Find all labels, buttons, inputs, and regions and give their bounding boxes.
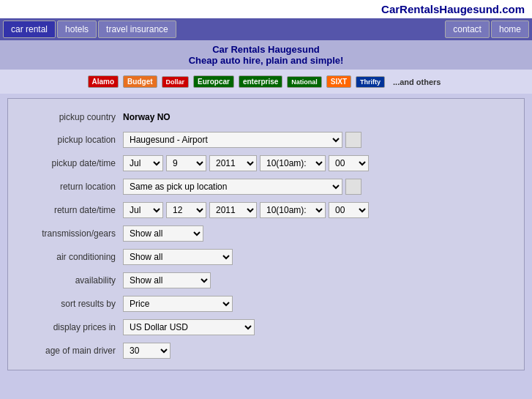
availability-control: Show all Available only: [123, 272, 515, 288]
sort-control: Price Name Category: [123, 296, 515, 312]
nav-bar: car rental hotels travel insurance conta…: [0, 18, 532, 40]
return-month-select[interactable]: Jul: [123, 202, 163, 218]
return-date-control: Jul 12 2011 10(10am): 00: [123, 202, 515, 218]
brand-thrifty: Thrifty: [356, 76, 385, 88]
brand-dollar: Dollar: [162, 76, 190, 88]
age-control: 30 25 26 27 28 29 31 35 40 45 50 55 60 6…: [123, 343, 515, 359]
pickup-time-select[interactable]: 10(10am):: [260, 155, 326, 171]
subtitle-line1: Car Rentals Haugesund: [4, 44, 528, 55]
brand-enterprise: enterprise: [239, 75, 282, 88]
prices-label: display prices in: [17, 322, 123, 332]
brand-budget: Budget: [123, 75, 157, 88]
return-location-control: Same as pick up location: [123, 179, 515, 195]
return-location-info-button[interactable]: [345, 179, 361, 195]
tab-car-rental[interactable]: car rental: [3, 20, 56, 38]
pickup-date-control: Jul 9 2011 10(10am): 00: [123, 155, 515, 171]
pickup-location-control: Haugesund - Airport: [123, 132, 515, 148]
pickup-location-label: pickup location: [17, 135, 123, 145]
return-time-select[interactable]: 10(10am):: [260, 202, 326, 218]
subtitle-bar: Car Rentals Haugesund Cheap auto hire, p…: [0, 40, 532, 70]
transmission-row: transmission/gears Show all Manual Autom…: [8, 222, 524, 245]
ac-control: Show all With AC Without AC: [123, 249, 515, 265]
return-day-select[interactable]: 12: [166, 202, 206, 218]
pickup-country-row: pickup country Norway NO: [8, 106, 524, 128]
age-select[interactable]: 30 25 26 27 28 29 31 35 40 45 50 55 60 6…: [123, 343, 171, 359]
pickup-year-select[interactable]: 2011: [209, 155, 257, 171]
subtitle-line2: Cheap auto hire, plain and simple!: [4, 55, 528, 66]
pickup-min-select[interactable]: 00: [329, 155, 369, 171]
brand-alamo: Alamo: [88, 75, 119, 88]
tab-hotels[interactable]: hotels: [57, 20, 97, 38]
transmission-control: Show all Manual Automatic: [123, 225, 515, 242]
return-min-select[interactable]: 00: [329, 202, 369, 218]
brand-sixt: SIXT: [326, 75, 351, 88]
tab-travel-insurance[interactable]: travel insurance: [98, 20, 176, 38]
nav-right-buttons: contact home: [445, 20, 529, 38]
prices-row: display prices in US Dollar USD Euro EUR…: [8, 316, 524, 339]
pickup-country-label: pickup country: [17, 112, 123, 122]
return-date-row: return date/time Jul 12 2011 10(10am): 0…: [8, 198, 524, 222]
pickup-day-select[interactable]: 9: [166, 155, 206, 171]
transmission-select[interactable]: Show all Manual Automatic: [123, 225, 203, 242]
brand-others: ...and others: [389, 76, 444, 88]
nav-tabs: car rental hotels travel insurance: [3, 20, 176, 38]
prices-select[interactable]: US Dollar USD Euro EUR GBP Pound: [123, 319, 255, 335]
home-button[interactable]: home: [491, 20, 529, 38]
sort-label: sort results by: [17, 299, 123, 309]
pickup-country-control: Norway NO: [123, 112, 515, 122]
pickup-location-info-button[interactable]: [345, 132, 361, 148]
age-row: age of main driver 30 25 26 27 28 29 31 …: [8, 339, 524, 362]
pickup-location-row: pickup location Haugesund - Airport: [8, 128, 524, 152]
brand-national: National: [287, 76, 322, 88]
return-date-label: return date/time: [17, 205, 123, 215]
pickup-country-value: Norway NO: [123, 112, 171, 122]
transmission-label: transmission/gears: [17, 228, 123, 239]
main-form: pickup country Norway NO pickup location…: [7, 98, 525, 370]
ac-select[interactable]: Show all With AC Without AC: [123, 249, 233, 265]
return-location-select[interactable]: Same as pick up location: [123, 179, 342, 195]
return-location-label: return location: [17, 182, 123, 192]
return-location-row: return location Same as pick up location: [8, 175, 524, 198]
ac-label: air conditioning: [17, 252, 123, 262]
sort-row: sort results by Price Name Category: [8, 292, 524, 316]
return-year-select[interactable]: 2011: [209, 202, 257, 218]
sort-select[interactable]: Price Name Category: [123, 296, 233, 312]
availability-row: availability Show all Available only: [8, 269, 524, 292]
pickup-location-select[interactable]: Haugesund - Airport: [123, 132, 342, 148]
brands-bar: Alamo Budget Dollar Europcar enterprise …: [0, 70, 532, 94]
age-label: age of main driver: [17, 346, 123, 356]
pickup-month-select[interactable]: Jul: [123, 155, 163, 171]
site-title: CarRentalsHaugesund.com: [381, 3, 525, 15]
pickup-date-row: pickup date/time Jul 9 2011 10(10am): 00: [8, 152, 524, 175]
availability-select[interactable]: Show all Available only: [123, 272, 211, 288]
pickup-date-label: pickup date/time: [17, 158, 123, 168]
brand-europcar: Europcar: [193, 75, 234, 88]
site-title-bar: CarRentalsHaugesund.com: [0, 0, 532, 18]
availability-label: availability: [17, 275, 123, 286]
prices-control: US Dollar USD Euro EUR GBP Pound: [123, 319, 515, 335]
contact-button[interactable]: contact: [445, 20, 490, 38]
ac-row: air conditioning Show all With AC Withou…: [8, 245, 524, 269]
